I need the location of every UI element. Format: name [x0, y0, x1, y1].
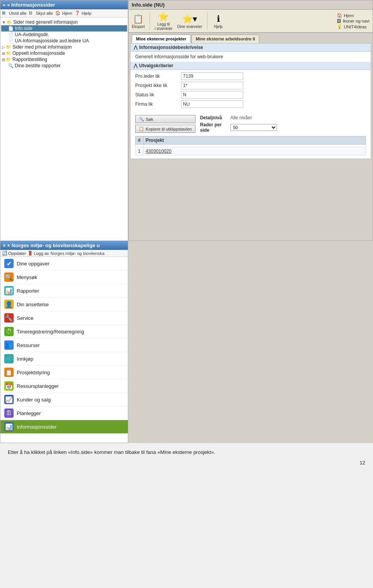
menu-list: ✔ Dine oppgaver 🔍 Menysøk 📊 Rapporter 👤 …	[0, 257, 128, 434]
clock-icon: ⏱	[4, 327, 14, 336]
results-table: # Prosjekt 1 4303010020	[135, 136, 366, 155]
clipboard-icon: 📋	[4, 368, 14, 377]
copy-btn[interactable]: 📋 Kopiere til utklippstavlen	[135, 125, 195, 133]
add-favorite-btn[interactable]: ⭐ Legg til i snarveier	[155, 11, 173, 31]
person-icon: 👤	[4, 300, 14, 309]
form-row-proleder: Pro.leder lik 7139	[135, 72, 366, 80]
tree-item-privat[interactable]: ▷ 📁 Sider med privat informasjon	[1, 44, 127, 50]
tree-item-ua-avd[interactable]: 📄 UA-Avdelingsdir.	[1, 31, 127, 38]
help-right-icon: ℹ	[212, 14, 225, 24]
menu-item-planlegger[interactable]: 🗓 Planlegger	[0, 407, 128, 420]
folder-icon-4: 📁	[6, 57, 11, 62]
menu-item-kunder[interactable]: 📈 Kunder og salg	[0, 393, 128, 407]
tree-container: ▼ 📁 Sider med generell informasjon 📄 Inf…	[0, 17, 128, 241]
tab-mine-arbeidsordre[interactable]: Mine eksterne arbeidsordre II	[192, 35, 260, 43]
col-num: #	[136, 136, 143, 145]
search-btn[interactable]: 🔍 Søk	[135, 115, 195, 123]
right-panel: Info.side (NU) 📋 Eksport ⭐ Legg til i sn…	[128, 0, 373, 241]
menu-item-time[interactable]: ⏱ Timeregistrering/Reiseregning	[0, 325, 128, 338]
chart-up-icon: 📈	[4, 395, 14, 404]
menu-item-ressurser[interactable]: 👥 Ressurser	[0, 338, 128, 352]
search-options: Detaljnivå Alle nivåer Rader per side 50…	[200, 115, 277, 133]
bottom-toolbar: 🔄 Oppdater 🚪 Logg av Norges miljø- og bi…	[0, 250, 128, 257]
tab-mine-prosjekter[interactable]: Mine eksterne prosjekter	[132, 35, 191, 43]
menu-item-ressursplanlegger[interactable]: 📅 Ressursplanlegger	[0, 379, 128, 393]
home-right-btn[interactable]: 🏠 Hjem	[337, 13, 370, 18]
expand-icon[interactable]: ▼	[2, 20, 6, 24]
expand-all-btn[interactable]: ⊞ Utvid alle	[2, 10, 26, 16]
star-icon: ⭐▾	[183, 14, 196, 24]
collapse-all-btn[interactable]: ⊟ Skjul alle	[29, 10, 53, 16]
bar-chart-icon: 📊	[4, 422, 14, 431]
collapse-arrow-icon: «	[3, 2, 5, 8]
search-row: 🔍 Søk 📋 Kopiere til utklippstavlen Detal…	[131, 112, 371, 136]
left-panel: « « Informasjonssider ⊞ Utvid alle ⊟ Skj…	[0, 0, 128, 241]
tree-item-folder-generell[interactable]: ▼ 📁 Sider med generell informasjon	[1, 19, 127, 25]
content-area: ⋀ Informasjonssidebeskrivelse Generell i…	[130, 43, 371, 159]
icons-navi-icon: 🖼	[337, 19, 341, 23]
menu-item-service[interactable]: 🔧 Service	[0, 311, 128, 325]
rader-side-select[interactable]: 50 100 200	[230, 124, 277, 131]
menu-item-rapporter[interactable]: 📊 Rapporter	[0, 284, 128, 298]
menu-item-informasjonssider[interactable]: 📊 Informasjonssider	[0, 420, 128, 434]
form-row-firma: Firma lik NU	[135, 100, 366, 108]
page-icon-2: 📄	[8, 32, 14, 37]
expand-icon-3[interactable]: ⊞	[2, 51, 5, 56]
info-beskrivelse-content: Generell informasjonsside for web-bruker…	[131, 52, 371, 62]
search-btn-icon: 🔍	[139, 117, 144, 122]
help-btn[interactable]: ❓ Hjelp	[75, 10, 91, 16]
table-row-empty	[136, 145, 366, 147]
log-av-btn[interactable]: 🚪 Logg av	[28, 251, 49, 256]
icons-navi-btn[interactable]: 🖼 Ikoner og navi	[337, 19, 370, 23]
search-buttons: 🔍 Søk 📋 Kopiere til utklippstavlen	[135, 115, 195, 133]
menu-item-prosjekt[interactable]: 📋 Prosjektstyring	[0, 366, 128, 379]
tree-item-rapport[interactable]: ⊞ 📁 Rapportbestilling	[1, 56, 127, 63]
group-icon: 👥	[4, 340, 14, 350]
page-icon: 📄	[8, 26, 14, 31]
update-btn[interactable]: 🔄 Oppdater	[2, 251, 26, 256]
toolbar-sep-1	[150, 12, 150, 30]
bottom-left-panel: × × Norges miljø- og biovitenskapelige u…	[0, 241, 128, 443]
toolbar-right-group: 🏠 Hjem 🖼 Ikoner og navi 💡 UNIT4Ideas	[337, 13, 370, 29]
report-icon: 📊	[4, 286, 14, 295]
search-menu-icon: 🔍	[4, 272, 14, 282]
col-prosjekt: Prosjekt	[143, 136, 366, 145]
page-icon-3: 📄	[8, 38, 14, 44]
tree-item-infoside[interactable]: 📄 Info.side	[1, 25, 127, 31]
help-right-btn[interactable]: ℹ Hjelp	[212, 14, 225, 29]
menu-item-dine-oppgaver[interactable]: ✔ Dine oppgaver	[0, 257, 128, 270]
log-av-icon: 🚪	[28, 251, 33, 256]
caption-text: Etter å ha klikket på linken «Info.side»…	[0, 443, 373, 458]
unit4ideas-btn[interactable]: 💡 UNIT4Ideas	[337, 24, 370, 29]
tree-item-ua-info[interactable]: 📄 UA-Informasjonsside avd.ledere UA	[1, 38, 127, 44]
expand-icon-2[interactable]: ▷	[2, 45, 5, 49]
left-toolbar: ⊞ Utvid alle ⊟ Skjul alle 🏠 Hjem ❓ Hjelp	[0, 9, 128, 17]
menu-item-ansettelse[interactable]: 👤 Din ansettelse	[0, 298, 128, 311]
utvalgskriterier-content: Pro.leder lik 7139 Prosjekt ikke lik 1* …	[131, 70, 371, 112]
folder-icon-3: 📁	[6, 51, 11, 56]
prosjekt-link[interactable]: 4303010020	[143, 147, 366, 155]
collapse-all-icon: ⊟	[29, 10, 35, 16]
detaljniva-row: Detaljnivå Alle nivåer	[200, 115, 277, 120]
home-right-icon: 🏠	[337, 13, 342, 18]
tree-item-bestilte[interactable]: 🔍 Dine bestilte rapporter	[1, 63, 127, 69]
utvalgskriterier-header: ⋀ Utvalgskriterier	[131, 62, 371, 70]
export-btn[interactable]: 📋 Eksport	[132, 14, 145, 29]
tree-item-oppsett[interactable]: ⊞ 📁 Oppsett informasjonsside	[1, 50, 127, 56]
left-panel-title: « Informasjonssider	[7, 2, 55, 8]
collapse-bottom-icon: ×	[3, 243, 6, 248]
tabs-row: Mine eksterne prosjekter Mine eksterne a…	[129, 33, 373, 43]
form-row-status: Status lik N	[135, 91, 366, 99]
expand-icon-4[interactable]: ⊞	[2, 58, 5, 62]
bottom-left-header: × × Norges miljø- og biovitenskapelige u	[0, 241, 128, 250]
table-row: 1 4303010020	[136, 147, 366, 155]
menu-item-innkjop[interactable]: 🛒 Innkjøp	[0, 352, 128, 366]
collapse-section-icon-2[interactable]: ⋀	[134, 63, 138, 68]
home-btn[interactable]: 🏠 Hjem	[55, 10, 72, 16]
collapse-section-icon-1[interactable]: ⋀	[134, 45, 138, 50]
magnifier-icon: 🔍	[8, 63, 14, 68]
menu-item-menysok[interactable]: 🔍 Menysøk	[0, 270, 128, 284]
rader-side-row: Rader per side 50 100 200	[200, 122, 277, 133]
bottom-right-panel	[128, 241, 373, 443]
favorites-dropdown-btn[interactable]: ⭐▾ Dine snarveier	[177, 14, 202, 29]
